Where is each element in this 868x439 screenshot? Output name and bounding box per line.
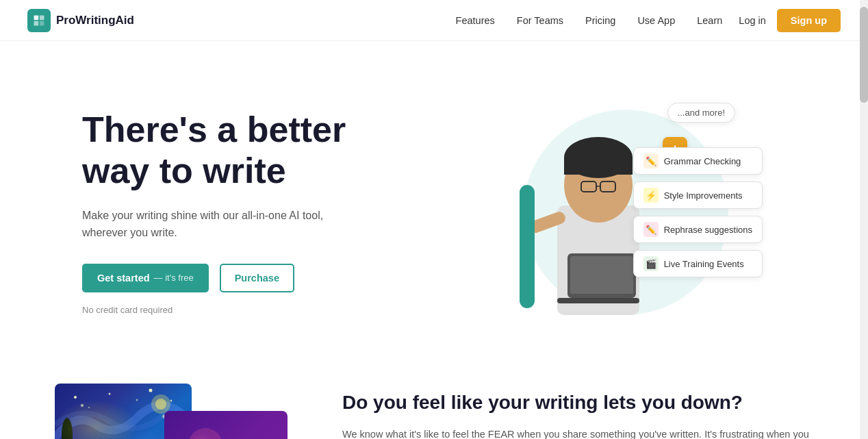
purple-image xyxy=(164,411,288,439)
svg-rect-3 xyxy=(40,21,44,25)
nav-features[interactable]: Features xyxy=(456,15,495,26)
svg-rect-2 xyxy=(34,21,39,25)
nav-links: Features For Teams Pricing Use App Learn xyxy=(456,15,723,26)
grammar-label: Grammar Checking xyxy=(664,156,741,166)
training-icon: 🎬 xyxy=(643,256,659,271)
logo-link[interactable]: ProWritingAid xyxy=(27,9,134,32)
svg-point-17 xyxy=(74,396,77,399)
nav-use-app[interactable]: Use App xyxy=(637,15,675,26)
svg-rect-7 xyxy=(564,158,633,175)
svg-point-19 xyxy=(149,389,153,392)
nav-learn[interactable]: Learn xyxy=(697,15,722,26)
and-more-bubble: ...and more! xyxy=(667,103,735,123)
navbar: ProWritingAid Features For Teams Pricing… xyxy=(0,0,868,41)
hero-title: There's a better way to write xyxy=(82,110,438,192)
writing-section-desc: We know what it's like to feel the FEAR … xyxy=(342,426,813,439)
style-label: Style Improvements xyxy=(664,190,743,201)
rephrase-label: Rephrase suggestions xyxy=(664,225,752,235)
feature-pill-rephrase: ✏️ Rephrase suggestions xyxy=(633,216,763,243)
no-credit-card-text: No credit card required xyxy=(82,305,438,315)
svg-rect-16 xyxy=(520,185,535,308)
hero-illustration: ...and more! + ✏️ Grammar Checking ⚡ Sty… xyxy=(496,96,756,329)
rephrase-icon: ✏️ xyxy=(643,222,659,237)
svg-point-18 xyxy=(109,393,111,395)
hero-buttons: Get started — it's free Purchase xyxy=(82,264,438,292)
style-icon: ⚡ xyxy=(643,188,659,203)
feature-pill-style: ⚡ Style Improvements xyxy=(633,181,763,209)
login-button[interactable]: Log in xyxy=(739,15,766,26)
nav-for-teams[interactable]: For Teams xyxy=(517,15,563,26)
brand-name: ProWritingAid xyxy=(56,14,134,27)
signup-button[interactable]: Sign up xyxy=(777,9,841,32)
writing-section: My idea in my head Do you feel like your… xyxy=(0,370,868,439)
get-started-button[interactable]: Get started — it's free xyxy=(82,264,209,292)
nav-actions: Log in Sign up xyxy=(739,9,841,32)
hero-subtitle: Make your writing shine with our all-in-… xyxy=(82,207,370,242)
svg-rect-1 xyxy=(40,15,44,20)
feature-pill-grammar: ✏️ Grammar Checking xyxy=(633,147,763,175)
training-label: Live Training Events xyxy=(664,259,744,269)
hero-section: There's a better way to write Make your … xyxy=(0,41,868,370)
purchase-button[interactable]: Purchase xyxy=(220,264,294,292)
svg-point-20 xyxy=(170,400,173,402)
svg-point-27 xyxy=(62,418,73,439)
scrollbar-thumb[interactable] xyxy=(860,7,868,103)
logo-icon xyxy=(27,9,51,32)
svg-rect-12 xyxy=(570,256,633,294)
hero-image: ...and more! + ✏️ Grammar Checking ⚡ Sty… xyxy=(438,82,813,342)
page-scrollbar[interactable] xyxy=(860,0,868,439)
svg-point-28 xyxy=(188,428,222,439)
svg-rect-0 xyxy=(34,15,39,20)
grammar-icon: ✏️ xyxy=(643,153,659,168)
feature-pill-training: 🎬 Live Training Events xyxy=(633,250,763,277)
svg-point-21 xyxy=(88,407,90,408)
writing-section-title: Do you feel like your writing lets you d… xyxy=(342,390,813,415)
svg-rect-13 xyxy=(557,298,639,303)
writing-images: My idea in my head xyxy=(55,384,301,439)
nav-pricing[interactable]: Pricing xyxy=(585,15,615,26)
svg-point-23 xyxy=(155,399,166,410)
feature-pills: ✏️ Grammar Checking ⚡ Style Improvements… xyxy=(633,147,763,277)
hero-content: There's a better way to write Make your … xyxy=(82,110,438,315)
writing-text: Do you feel like your writing lets you d… xyxy=(342,384,813,439)
